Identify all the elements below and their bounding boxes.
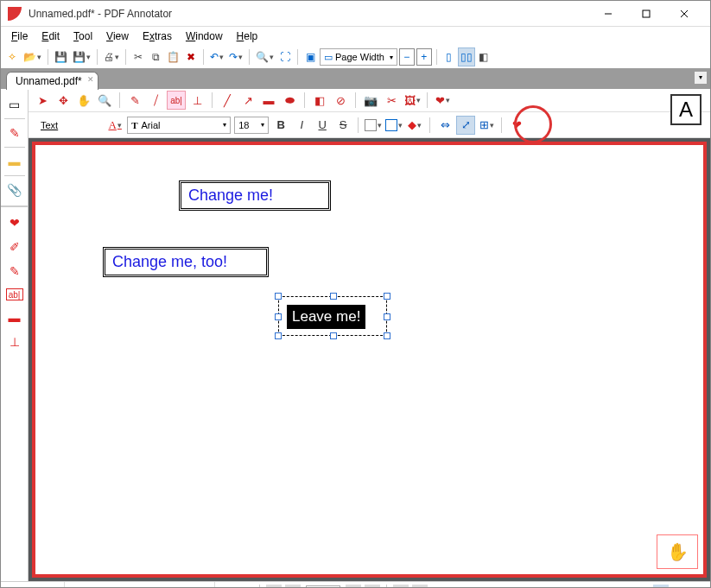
ellipse-annotation[interactable]: ⬬ bbox=[281, 92, 298, 109]
text-annotation-1[interactable]: Change me! bbox=[179, 180, 331, 211]
page-number-field[interactable]: 1 of 1 bbox=[306, 585, 340, 589]
favorite-toggle[interactable]: ❤▾ bbox=[434, 92, 451, 109]
menu-window[interactable]: Window bbox=[179, 28, 230, 44]
fit-manual-button[interactable]: ⊞▾ bbox=[478, 117, 495, 134]
view-layout-1[interactable]: ▯ bbox=[634, 585, 650, 589]
text-annotation-3[interactable]: Leave me! bbox=[287, 305, 365, 329]
save-as-button[interactable]: 💾▾ bbox=[71, 48, 92, 66]
open-button[interactable]: 📂▾ bbox=[22, 48, 43, 66]
pen-red-tool[interactable]: ✐ bbox=[3, 235, 27, 259]
stamp-approved-tool[interactable]: ▬ bbox=[3, 306, 27, 330]
stamp-tool[interactable]: ⊥ bbox=[3, 330, 27, 354]
next-page-button[interactable]: ▶ bbox=[346, 585, 361, 589]
view-layout-2[interactable]: ▯ bbox=[653, 585, 669, 589]
selection-box[interactable]: Leave me! bbox=[278, 296, 387, 336]
menu-file[interactable]: File bbox=[4, 28, 35, 44]
menu-view[interactable]: View bbox=[99, 28, 136, 44]
layout-continuous-button[interactable]: ◧ bbox=[476, 48, 492, 66]
close-tab-icon[interactable]: ✕ bbox=[87, 75, 94, 84]
zoom-out-button[interactable]: − bbox=[399, 48, 415, 66]
pen-tool[interactable]: ✎ bbox=[3, 121, 27, 145]
save-button[interactable]: 💾 bbox=[53, 48, 69, 66]
pencil-tool[interactable]: ✎ bbox=[3, 259, 27, 283]
border-color-button[interactable]: ▾ bbox=[385, 117, 403, 134]
sb-icon-1[interactable]: ▤ bbox=[219, 585, 234, 589]
textbox-annotation[interactable]: ab| bbox=[168, 92, 185, 109]
maximize-button[interactable] bbox=[627, 2, 665, 26]
highlighter-annotation[interactable]: ⧸ bbox=[147, 92, 164, 109]
pan-tool[interactable]: ✋ bbox=[75, 92, 92, 109]
auto-fit-button[interactable]: ⤢ bbox=[457, 117, 474, 134]
note-tool[interactable]: ▬ bbox=[3, 149, 27, 174]
layout-single-button[interactable]: ▯ bbox=[441, 48, 457, 66]
search-button[interactable]: 🔍▾ bbox=[254, 48, 276, 66]
new-document-button[interactable]: ✧ bbox=[4, 48, 20, 66]
annotation-toolbar: ➤ ✥ ✋ 🔍 ✎ ⧸ ab| ⊥ ╱ ↗ ▬ ⬬ ◧ ⊘ 📷 ✂ 🖼▾ ❤▾ bbox=[29, 89, 710, 112]
fit-width-button[interactable]: ⇔ bbox=[436, 117, 454, 134]
italic-button[interactable]: I bbox=[293, 117, 310, 134]
minimize-button[interactable] bbox=[589, 2, 627, 26]
eraser-tool[interactable]: ◧ bbox=[311, 92, 328, 109]
font-family-select[interactable]: TArial▾ bbox=[127, 117, 231, 134]
strike-button[interactable]: S bbox=[334, 117, 352, 134]
paste-button[interactable]: 📋 bbox=[165, 48, 181, 66]
prev-page-button[interactable]: ◀ bbox=[285, 585, 301, 589]
first-page-button[interactable]: ⏮ bbox=[266, 585, 282, 589]
border-style-button[interactable]: ◆▾ bbox=[406, 117, 423, 134]
underline-button[interactable]: U bbox=[314, 117, 331, 134]
font-size-select[interactable]: 18▾ bbox=[234, 117, 269, 134]
zoom-in-button[interactable]: + bbox=[416, 48, 432, 66]
view-layout-4[interactable]: ▥ bbox=[691, 585, 707, 589]
page-tool[interactable]: ▭ bbox=[3, 92, 27, 117]
document-tab[interactable]: Unnamed.pdf* ✕ bbox=[6, 72, 98, 90]
print-button[interactable]: 🖨▾ bbox=[102, 48, 121, 66]
select-tool[interactable]: ✥ bbox=[54, 92, 72, 109]
snapshot-tool[interactable]: 📷 bbox=[362, 92, 379, 109]
pan-corner-button[interactable]: ✋ bbox=[657, 534, 698, 569]
app-icon bbox=[8, 7, 22, 21]
menu-help[interactable]: Help bbox=[230, 28, 265, 44]
line-annotation[interactable]: ╱ bbox=[219, 92, 236, 109]
fit-page-button[interactable]: ▣ bbox=[302, 48, 318, 66]
sb-icon-2[interactable]: ▥ bbox=[238, 585, 253, 589]
crop-tool[interactable]: ✂ bbox=[383, 92, 400, 109]
layout-two-page-button[interactable]: ▯▯ bbox=[459, 48, 474, 66]
close-button[interactable] bbox=[665, 2, 703, 26]
redo-button[interactable]: ↷▾ bbox=[227, 48, 244, 66]
copy-button[interactable]: ⧉ bbox=[148, 48, 163, 66]
last-page-button[interactable]: ⏭ bbox=[365, 585, 380, 589]
image-tool[interactable]: 🖼▾ bbox=[403, 92, 421, 109]
rectangle-annotation[interactable]: ▬ bbox=[260, 92, 277, 109]
lock-button[interactable]: ❤ bbox=[508, 117, 525, 134]
forward-button[interactable]: ⟳ bbox=[412, 585, 428, 589]
stamp-annotation[interactable]: ⊥ bbox=[188, 92, 206, 109]
bold-button[interactable]: B bbox=[272, 117, 289, 134]
delete-button[interactable]: ✖ bbox=[183, 48, 199, 66]
clip-tool[interactable]: 📎 bbox=[3, 178, 27, 202]
text-field-tool[interactable]: ab| bbox=[6, 288, 23, 300]
view-layout-3[interactable]: ▦ bbox=[672, 585, 688, 589]
document-tabs: Unnamed.pdf* ✕ ▾ bbox=[1, 68, 710, 89]
window-title: Unnamed.pdf* - PDF Annotator bbox=[29, 8, 589, 20]
zoom-select[interactable]: ▭Page Width▾ bbox=[320, 48, 397, 66]
undo-button[interactable]: ↶▾ bbox=[208, 48, 225, 66]
fullscreen-button[interactable]: ⛶ bbox=[277, 48, 293, 66]
arrow-annotation[interactable]: ↗ bbox=[239, 92, 257, 109]
favorite-tool[interactable]: ❤ bbox=[3, 211, 27, 235]
pen-annotation[interactable]: ✎ bbox=[126, 92, 143, 109]
page[interactable]: Change me! Change me, too! Leave me! ✋ bbox=[35, 145, 703, 574]
status-hint: Automatically fit text box to c... bbox=[68, 582, 215, 588]
menu-extras[interactable]: Extras bbox=[136, 28, 179, 44]
zoom-tool[interactable]: 🔍 bbox=[96, 92, 113, 109]
tab-list-dropdown[interactable]: ▾ bbox=[695, 72, 707, 84]
fill-color-button[interactable]: ▾ bbox=[365, 117, 382, 134]
statusbar: Modified Automatically fit text box to c… bbox=[1, 581, 710, 588]
cut-button[interactable]: ✂ bbox=[130, 48, 146, 66]
pointer-tool[interactable]: ➤ bbox=[34, 92, 51, 109]
back-button[interactable]: ⟲ bbox=[393, 585, 409, 589]
font-color-button[interactable]: A▾ bbox=[106, 117, 124, 134]
menu-edit[interactable]: Edit bbox=[35, 28, 67, 44]
text-annotation-2[interactable]: Change me, too! bbox=[103, 247, 269, 277]
menu-tool[interactable]: Tool bbox=[67, 28, 99, 44]
lasso-eraser-tool[interactable]: ⊘ bbox=[332, 92, 349, 109]
